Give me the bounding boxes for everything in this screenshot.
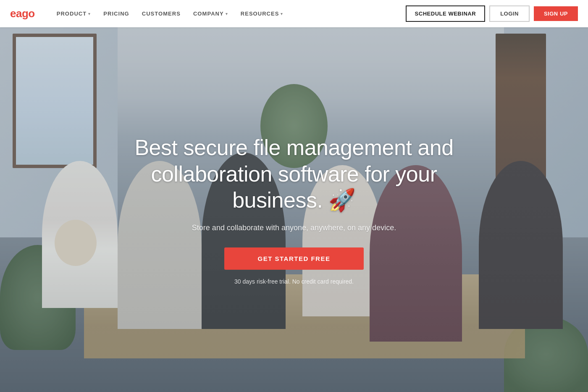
nav-product[interactable]: PRODUCT ▾ <box>52 7 96 20</box>
schedule-webinar-button[interactable]: SCHEDULE WEBINAR <box>406 5 486 22</box>
login-button[interactable]: LOGIN <box>489 5 530 22</box>
navbar-actions: SCHEDULE WEBINAR LOGIN SIGN UP <box>406 5 578 22</box>
nav-customers[interactable]: CUSTOMERS <box>137 7 186 20</box>
hero-subtitle: Store and collaborate with anyone, anywh… <box>113 224 475 232</box>
rocket-icon: 🚀 <box>328 188 356 212</box>
brand-logo[interactable]: eago <box>10 7 35 20</box>
nav-company[interactable]: COMPANY ▾ <box>188 7 233 20</box>
navbar: eago PRODUCT ▾ PRICING CUSTOMERS COMPANY… <box>0 0 588 27</box>
nav-pricing[interactable]: PRICING <box>98 7 134 20</box>
nav-links: PRODUCT ▾ PRICING CUSTOMERS COMPANY ▾ RE… <box>52 7 406 20</box>
chevron-down-icon: ▾ <box>88 12 91 16</box>
hero-content: Best secure file management and collabor… <box>105 134 483 284</box>
chevron-down-icon: ▾ <box>281 12 283 16</box>
logo-text: eago <box>10 7 35 20</box>
nav-resources[interactable]: RESOURCES ▾ <box>236 7 289 20</box>
hero-title: Best secure file management and collabor… <box>113 134 475 213</box>
get-started-button[interactable]: GET STARTED FREE <box>224 247 364 270</box>
chevron-down-icon: ▾ <box>226 12 228 16</box>
trial-note: 30 days risk-free trial. No credit card … <box>113 278 475 285</box>
hero-section: Best secure file management and collabor… <box>0 0 588 392</box>
signup-button[interactable]: SIGN UP <box>534 6 578 21</box>
